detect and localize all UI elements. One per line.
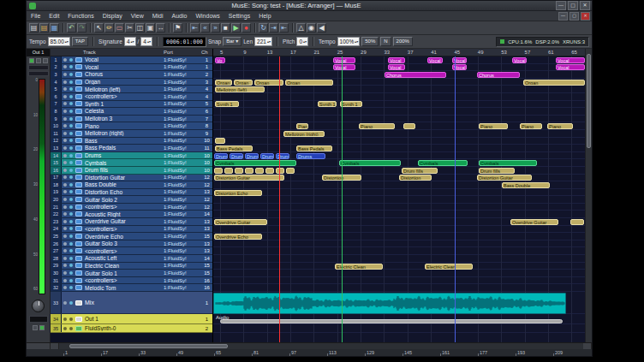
record-arm-dot[interactable]: [62, 301, 68, 305]
track-port[interactable]: 1:FluidSy!: [164, 168, 201, 173]
arranger-lane[interactable]: [213, 284, 585, 292]
audio-waveform-part[interactable]: [213, 293, 566, 314]
monitor-dot[interactable]: [68, 317, 74, 321]
track-row[interactable]: 31<controllers>1:FluidSy!16: [51, 277, 212, 285]
record-arm-dot[interactable]: [62, 169, 68, 172]
arranger-lane[interactable]: [213, 101, 585, 109]
glue-tool-icon[interactable]: ◫: [135, 23, 145, 33]
record-arm-dot[interactable]: [62, 212, 68, 216]
scrollbar-corner-button[interactable]: [51, 343, 59, 349]
tempo-normal-button[interactable]: N: [380, 37, 391, 46]
record-arm-dot[interactable]: [62, 327, 68, 330]
arranger-lane[interactable]: [213, 233, 585, 240]
midi-part[interactable]: Piano: [359, 123, 395, 129]
track-row[interactable]: 6<controllers>1:FluidSy!4: [51, 93, 212, 101]
midi-part[interactable]: Drum: [245, 153, 259, 159]
arranger-lane[interactable]: [213, 240, 585, 248]
track-port[interactable]: 1:FluidSy!: [164, 109, 201, 114]
monitor-dot[interactable]: [68, 169, 74, 172]
midi-part[interactable]: Vocal: [512, 57, 527, 63]
track-channel[interactable]: 10: [201, 168, 212, 173]
record-arm-dot[interactable]: [62, 154, 68, 157]
track-channel[interactable]: 8: [201, 123, 212, 128]
record-arm-dot[interactable]: [62, 58, 68, 62]
track-row[interactable]: 5Mellotron (left)1:FluidSy!4: [51, 86, 212, 93]
tempo-spinbox[interactable]: 85.00▴▾: [48, 37, 70, 46]
midi-part[interactable]: Synth 1: [215, 101, 239, 107]
monitor-dot[interactable]: [68, 161, 74, 164]
horizontal-scrollbar[interactable]: [27, 342, 592, 349]
track-channel[interactable]: 10: [201, 160, 212, 165]
track-row[interactable]: 9Mellotron 31:FluidSy!7: [51, 116, 212, 123]
midi-part[interactable]: [286, 168, 295, 174]
track-row[interactable]: 15Cymbals1:FluidSy!10: [51, 159, 212, 167]
midi-part[interactable]: Piano: [547, 123, 573, 129]
track-row[interactable]: 7Synth 11:FluidSy!5: [51, 101, 212, 109]
track-row[interactable]: 22Acoustic Right1:FluidSy!14: [51, 211, 212, 218]
monitor-dot[interactable]: [68, 198, 74, 201]
track-port[interactable]: 1:FluidSy!: [164, 153, 201, 158]
track-port[interactable]: 1:FluidSy!: [164, 211, 201, 217]
midi-part[interactable]: Vocal: [556, 64, 585, 70]
record-arm-dot[interactable]: [62, 279, 68, 282]
midi-part[interactable]: Piano: [296, 123, 308, 129]
midi-part[interactable]: Cymbals: [214, 160, 296, 166]
track-port[interactable]: 1:FluidSy!: [164, 189, 201, 194]
mute-tool-icon[interactable]: ▣: [146, 23, 155, 33]
midi-part[interactable]: [265, 168, 274, 174]
monitor-dot[interactable]: [68, 110, 74, 113]
effect-slot[interactable]: [28, 71, 49, 76]
vertical-scrollbar[interactable]: [585, 49, 592, 342]
track-port[interactable]: 1:FluidSy!: [164, 248, 201, 253]
monitor-dot[interactable]: [68, 117, 74, 121]
undo-icon[interactable]: ↶: [67, 23, 76, 33]
midi-part[interactable]: Bass Pedals: [296, 145, 332, 151]
track-channel[interactable]: 2: [201, 72, 212, 77]
track-row[interactable]: 29Electric Clean1:FluidSy!15: [51, 263, 212, 270]
track-channel[interactable]: 2: [201, 326, 212, 331]
record-arm-dot[interactable]: [62, 198, 68, 201]
track-row[interactable]: 17Distortion Guitar1:FluidSy!12: [51, 175, 212, 182]
track-port[interactable]: 1:FluidSy!: [164, 160, 201, 165]
record-arm-dot[interactable]: [62, 175, 68, 179]
track-channel[interactable]: 3: [201, 80, 212, 85]
monitor-dot[interactable]: [68, 257, 74, 260]
monitor-dot[interactable]: [68, 175, 74, 179]
midi-part[interactable]: Organ: [234, 80, 253, 86]
monitor-dot[interactable]: [68, 286, 74, 289]
monitor-dot[interactable]: [68, 242, 74, 246]
track-port[interactable]: 1:FluidSy!: [164, 64, 201, 69]
minimize-button[interactable]: ―: [556, 1, 566, 10]
track-channel[interactable]: 14: [201, 256, 212, 261]
arranger-lane[interactable]: [213, 189, 585, 197]
track-port[interactable]: 1:FluidSy!: [164, 145, 201, 151]
pitch-spinbox[interactable]: 0▴▾: [296, 37, 308, 46]
track-row[interactable]: 11Mellotron (right)1:FluidSy!9: [51, 130, 212, 138]
monitor-dot[interactable]: [68, 234, 74, 238]
monitor-dot[interactable]: [68, 227, 74, 230]
mdi-close-button[interactable]: ✕: [581, 12, 590, 21]
record-arm-dot[interactable]: [62, 257, 68, 260]
track-row[interactable]: 2Vocal1:FluidSy!1: [51, 64, 212, 72]
arranger-lane[interactable]: [213, 130, 585, 138]
midi-part[interactable]: [255, 168, 264, 174]
midi-part[interactable]: Overdrive Echo: [214, 234, 262, 240]
redo-icon[interactable]: ↷: [77, 23, 86, 33]
track-port[interactable]: 1:FluidSy!: [164, 234, 201, 239]
midi-part[interactable]: [403, 123, 415, 129]
track-channel[interactable]: 10: [201, 153, 212, 158]
track-port[interactable]: 1:FluidSy!: [164, 263, 201, 268]
arranger-lane[interactable]: [213, 93, 585, 101]
audio-part[interactable]: [220, 319, 563, 323]
track-channel[interactable]: 13: [201, 219, 212, 224]
track-channel[interactable]: 15: [201, 263, 212, 268]
track-channel[interactable]: 9: [201, 131, 212, 136]
tap-button[interactable]: TAP: [72, 37, 88, 46]
midi-part[interactable]: Drum: [260, 153, 274, 159]
punch-out-icon[interactable]: ⇤: [279, 23, 289, 33]
track-row[interactable]: 28Acoustic Left1:FluidSy!14: [51, 255, 212, 263]
track-port[interactable]: 1:FluidSy!: [164, 131, 201, 136]
track-port[interactable]: 1:FluidSy!: [164, 270, 201, 276]
monitor-dot[interactable]: [68, 58, 74, 62]
track-row[interactable]: 12Bass1:FluidSy!10: [51, 138, 212, 145]
